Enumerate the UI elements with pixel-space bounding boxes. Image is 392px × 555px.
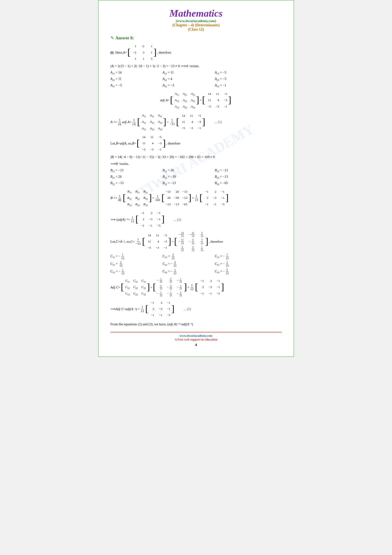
C31: C31 = −113	[111, 268, 163, 275]
B31: B31 = −13	[111, 180, 163, 186]
A23: A23 = −3	[215, 76, 267, 82]
cofactor-grid: A11 = 14 A12 = 11 A13 = −5 A21 = 11 A22 …	[111, 70, 282, 88]
C23: C23 = −113	[215, 261, 267, 268]
answer-icon: ✎	[111, 35, 114, 41]
adj-C-matrix-1: [ C11 C21 C31 C12 C22 C32 C13 C23 C33 ]	[121, 278, 150, 297]
A-inverse-formula: A−1 = 1|A| adj A = 1|A| [ A11 A21 A31 A1…	[111, 112, 282, 132]
C11: C11 = −113	[111, 253, 163, 260]
A32: A32 = −3	[163, 83, 215, 88]
answer-header: ✎ Answer 8:	[111, 35, 282, 41]
B-inv-matrix-2: [ −13 26 −13 26 −39 −13 −13 −13 −65 ]	[162, 188, 191, 208]
adjA-inv-matrix: [ −1 2 −1 2 −3 −1 −1 −1 −5 ]	[135, 210, 164, 229]
B-inverse-formula: B−1 = 1|B| [ B11 B21 B31 B12 B22 B32 B13…	[111, 188, 282, 208]
part-label: (i)	[111, 49, 114, 56]
subtitle-url: (www.tiwariacademy.com)	[111, 19, 282, 23]
header: Mathematics (www.tiwariacademy.com) (Cha…	[111, 7, 282, 32]
B33: B33 = −65	[215, 180, 267, 186]
B-inv-matrix-1: [ B11 B21 B31 B12 B22 B32 B13 B23 B33 ]	[123, 188, 152, 208]
conclusion-line: From the equations (2) and (3), we have,…	[111, 321, 282, 327]
adj-C-matrix-3: [ −1 2 −1 2 −3 −1 −1 −1 −5 ]	[195, 278, 224, 297]
det-B-calc: |B| = 14(−4 − 9) − 11(−11 − 15) − 5(−33 …	[111, 154, 282, 160]
adj-C-result: ⟹ Adj C = adj(A−1) = 113 [ −1 2 −1 2 −3 …	[111, 299, 282, 319]
B21: B21 = 26	[111, 174, 163, 180]
C-cofactor-grid: C11 = −113 C12 = 213 C13 = −113 C21 = 21…	[111, 253, 282, 275]
matrix-A: [ 1 −2 1 −2 3 1 1 1 5 ]	[127, 43, 157, 62]
A11: A11 = 14	[111, 70, 163, 76]
adj-matrix-1: [ A11 A21 A31 A12 A22 A32 A13 A23 A33 ]	[170, 90, 199, 110]
bottom-url: www.tiwariacademy.com	[111, 334, 282, 338]
page: TIWARI ACADEMY Mathematics (www.tiwariac…	[98, 0, 294, 357]
B22: B22 = −39	[163, 174, 215, 180]
let-B-line: Let, B = adj A, so, B = [ 14 11 −5 11 4 …	[111, 134, 282, 153]
A-inv-matrix-1: [ A11 A21 A31 A12 A22 A32 A13 A23 A33 ]	[137, 112, 166, 132]
C-cofactors-section: C11 = −113 C12 = 213 C13 = −113 C21 = 21…	[111, 253, 282, 275]
C22: C22 = −313	[163, 261, 215, 268]
C-matrix-1: [ 14 11 −5 11 4 −3 −5 −3 −1 ]	[142, 232, 171, 251]
subtitle-chapter: (Chapter – 4) (Determinants)	[111, 23, 282, 27]
adj-A-inverse: ⟹ (adj A)−1 = 113 [ −1 2 −1 2 −3 −1 −1 −…	[111, 210, 282, 229]
cofactors-section: A11 = 14 A12 = 11 A13 = −5 A21 = 11 A22 …	[111, 70, 282, 88]
bottom-tagline: A Free web support in education	[111, 338, 282, 342]
C12: C12 = 213	[163, 253, 215, 260]
adj-C-result-matrix: [ −1 2 −1 2 −3 −1 −1 −1 −5 ]	[145, 299, 175, 319]
subtitle-class: (Class 12)	[111, 27, 282, 32]
C13: C13 = −113	[215, 253, 267, 260]
B11: B11 = −13	[111, 168, 163, 174]
A12: A12 = 11	[163, 70, 215, 76]
det-A-calc: |A| = 1(15 − 1) + 2(−10 − 1) + 1(−2 − 3)…	[111, 63, 282, 69]
C21: C21 = 213	[111, 261, 163, 268]
bottom-bar: www.tiwariacademy.com A Free web support…	[111, 332, 282, 342]
B-matrix: [ 14 11 −5 11 4 −3 −5 −3 −1 ]	[137, 134, 166, 153]
page-number: 4	[111, 343, 282, 347]
answer-label: Answer 8:	[115, 36, 134, 41]
content-body: (i) Here, A = [ 1 −2 1 −2 3 1 1 1 5 ] , …	[111, 43, 282, 327]
B-cofactors: B11 = −13 B12 = 26 B13 = −13 B21 = 26 B2…	[111, 168, 282, 186]
B23: B23 = −13	[215, 174, 267, 180]
adj-matrix-2: [ 14 11 −5 11 4 −3 −5 −3 −1 ]	[202, 91, 231, 110]
B13: B13 = −13	[215, 168, 267, 174]
let-C-line: Let, C = A−1, so, C = 1−13 [ 14 11 −5 11…	[111, 231, 282, 252]
A21: A21 = 11	[111, 76, 163, 82]
B-inv-matrix-3: [ −1 2 −1 2 −3 −1 −1 −1 −5 ]	[200, 188, 229, 208]
A-inv-matrix-2: [ 14 11 −5 11 4 −3 −5 −3 −1 ]	[176, 112, 205, 132]
A13: A13 = −5	[215, 70, 267, 76]
adj-C-matrix-2: [ −113 213 −113 213 −313 −113 −113 −113 …	[153, 277, 187, 298]
C32: C32 = −113	[163, 268, 215, 275]
page-title: Mathematics	[111, 7, 282, 19]
A33: A33 = −1	[215, 83, 267, 88]
B32: B32 = −13	[163, 180, 215, 186]
C-matrix-2: [ −1413 −1113 513 −1113 −413 313 513 313…	[174, 231, 208, 252]
B-cofactor-grid: B11 = −13 B12 = 26 B13 = −13 B21 = 26 B2…	[111, 168, 282, 186]
part-i-intro: (i) Here, A = [ 1 −2 1 −2 3 1 1 1 5 ] , …	[111, 43, 282, 62]
B-inv-exists: ⟹ B−1 exists.	[111, 161, 282, 167]
B12: B12 = 26	[163, 168, 215, 174]
adj-A-formula: adj A = [ A11 A21 A31 A12 A22 A32 A13 A2…	[111, 90, 282, 110]
A31: A31 = −5	[111, 83, 163, 88]
A22: A22 = 4	[163, 76, 215, 82]
adj-C-formula: Adj C = [ C11 C21 C31 C12 C22 C32 C13 C2…	[111, 277, 282, 298]
C33: C33 = −513	[215, 268, 267, 275]
